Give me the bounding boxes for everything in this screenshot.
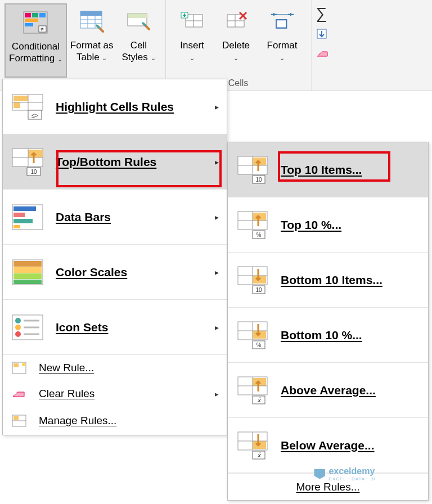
- svg-rect-49: [14, 267, 42, 273]
- icon-sets-item[interactable]: Icon Sets ▸: [3, 300, 227, 355]
- color-scales-item[interactable]: Color Scales ▸: [3, 245, 227, 300]
- bottom-10-pct-icon: %: [236, 318, 269, 352]
- top-bottom-rules-item[interactable]: 10 Top/Bottom Rules ▸: [3, 134, 227, 190]
- svg-rect-44: [14, 213, 25, 217]
- icon-sets-icon: [11, 310, 44, 344]
- top-bottom-rules-icon: 10: [11, 145, 44, 179]
- svg-rect-63: [14, 416, 19, 420]
- icon-sets-label: Icon Sets: [56, 321, 108, 334]
- ribbon: ≠ Conditional Formatting ⌄: [0, 0, 432, 91]
- top-10-pct-icon: %: [236, 208, 269, 242]
- manage-rules-item[interactable]: Manage Rules...: [3, 407, 227, 435]
- cell-styles-button[interactable]: Cell Styles ⌄: [117, 3, 161, 78]
- bottom-10-pct-item[interactable]: % Bottom 10 %...: [228, 308, 428, 363]
- color-scales-icon: [11, 255, 44, 289]
- watermark-text: exceldemy: [328, 466, 375, 476]
- clear-rules-icon: [11, 386, 28, 401]
- highlight-cells-rules-icon: ≤>: [11, 90, 44, 124]
- svg-text:≠: ≠: [41, 26, 44, 32]
- svg-rect-43: [14, 206, 36, 211]
- below-average-icon: x̄: [236, 429, 269, 462]
- svg-point-55: [15, 331, 21, 337]
- insert-icon: [180, 9, 205, 34]
- above-average-label: Above Average...: [281, 384, 376, 397]
- svg-rect-60: [14, 363, 19, 367]
- new-rule-item[interactable]: New Rule...: [3, 355, 227, 381]
- svg-text:x̄: x̄: [257, 397, 262, 403]
- submenu-arrow-icon: ▸: [215, 213, 219, 222]
- top-10-pct-label: Top 10 %...: [281, 218, 341, 232]
- submenu-arrow-icon: ▸: [215, 390, 219, 398]
- data-bars-icon: [11, 200, 44, 234]
- svg-rect-5: [25, 23, 33, 26]
- more-rules-label: More Rules...: [296, 481, 360, 493]
- delete-button[interactable]: Delete⌄: [214, 3, 258, 78]
- conditional-formatting-button[interactable]: ≠ Conditional Formatting ⌄: [4, 3, 67, 78]
- above-average-icon: x̄: [236, 374, 269, 407]
- top-10-items-icon: 10: [236, 153, 269, 187]
- svg-text:10: 10: [255, 287, 262, 293]
- conditional-formatting-menu: ≤> Highlight Cells Rules ▸ 10 Top/Bottom…: [2, 79, 227, 435]
- format-label: Format⌄: [267, 39, 298, 64]
- fill-icon[interactable]: [316, 28, 330, 43]
- svg-text:≤>: ≤>: [32, 112, 38, 119]
- submenu-arrow-icon: ▸: [215, 268, 219, 277]
- format-icon: [270, 9, 295, 34]
- submenu-arrow-icon: ▸: [215, 158, 219, 166]
- below-average-item[interactable]: x̄ Below Average...: [228, 418, 428, 473]
- svg-text:%: %: [256, 342, 262, 348]
- svg-rect-45: [14, 219, 33, 223]
- format-as-table-icon: [79, 9, 104, 34]
- format-as-table-label: Format as Table ⌄: [70, 39, 114, 64]
- svg-text:%: %: [256, 232, 262, 238]
- top-bottom-rules-label: Top/Bottom Rules: [56, 155, 156, 169]
- conditional-formatting-label: Conditional Formatting ⌄: [9, 40, 62, 65]
- below-average-label: Below Average...: [281, 439, 375, 452]
- new-rule-label: New Rule...: [39, 362, 94, 374]
- top-10-items-item[interactable]: 10 Top 10 Items...: [228, 142, 428, 197]
- cell-styles-icon: [127, 9, 151, 34]
- styles-group: ≠ Conditional Formatting ⌄: [0, 0, 166, 91]
- manage-rules-label: Manage Rules...: [39, 415, 116, 427]
- cell-styles-label: Cell Styles ⌄: [122, 39, 156, 64]
- svg-point-61: [22, 363, 25, 366]
- top-10-pct-item[interactable]: % Top 10 %...: [228, 197, 428, 253]
- svg-rect-51: [14, 280, 42, 284]
- highlight-cells-rules-item[interactable]: ≤> Highlight Cells Rules ▸: [3, 79, 227, 134]
- svg-rect-3: [39, 13, 46, 17]
- bottom-10-items-item[interactable]: 10 Bottom 10 Items...: [228, 253, 428, 308]
- delete-label: Delete⌄: [222, 39, 250, 64]
- svg-rect-27: [277, 20, 286, 27]
- svg-point-53: [15, 318, 21, 323]
- insert-label: Insert⌄: [180, 39, 204, 64]
- format-button[interactable]: Format⌄: [258, 3, 307, 78]
- submenu-arrow-icon: ▸: [215, 323, 219, 332]
- insert-button[interactable]: Insert⌄: [170, 3, 214, 78]
- clear-rules-item[interactable]: Clear Rules ▸: [3, 381, 227, 407]
- autosum-icon[interactable]: ∑: [316, 4, 330, 22]
- svg-rect-46: [14, 225, 20, 228]
- editing-group: ∑: [312, 0, 334, 91]
- manage-rules-icon: [11, 413, 28, 428]
- delete-icon: [224, 9, 249, 34]
- data-bars-label: Data Bars: [56, 210, 111, 224]
- data-bars-item[interactable]: Data Bars ▸: [3, 190, 227, 245]
- cells-group: Insert⌄ Delete⌄: [166, 0, 312, 91]
- svg-rect-2: [32, 13, 38, 17]
- bottom-10-pct-label: Bottom 10 %...: [281, 328, 362, 342]
- bottom-10-items-label: Bottom 10 Items...: [281, 273, 382, 287]
- above-average-item[interactable]: x̄ Above Average...: [228, 363, 428, 418]
- watermark-sub: EXCEL · DATA · BI: [328, 476, 376, 482]
- svg-rect-1: [25, 13, 31, 17]
- svg-point-54: [15, 325, 21, 330]
- clear-icon[interactable]: [316, 48, 330, 62]
- conditional-formatting-icon: ≠: [23, 10, 48, 35]
- svg-text:x̄: x̄: [257, 452, 262, 458]
- svg-text:10: 10: [30, 169, 37, 175]
- format-as-table-button[interactable]: Format as Table ⌄: [67, 3, 117, 78]
- svg-rect-9: [80, 11, 102, 16]
- svg-rect-50: [14, 273, 42, 279]
- submenu-arrow-icon: ▸: [215, 102, 219, 111]
- svg-text:10: 10: [255, 177, 262, 183]
- bottom-10-items-icon: 10: [236, 263, 269, 297]
